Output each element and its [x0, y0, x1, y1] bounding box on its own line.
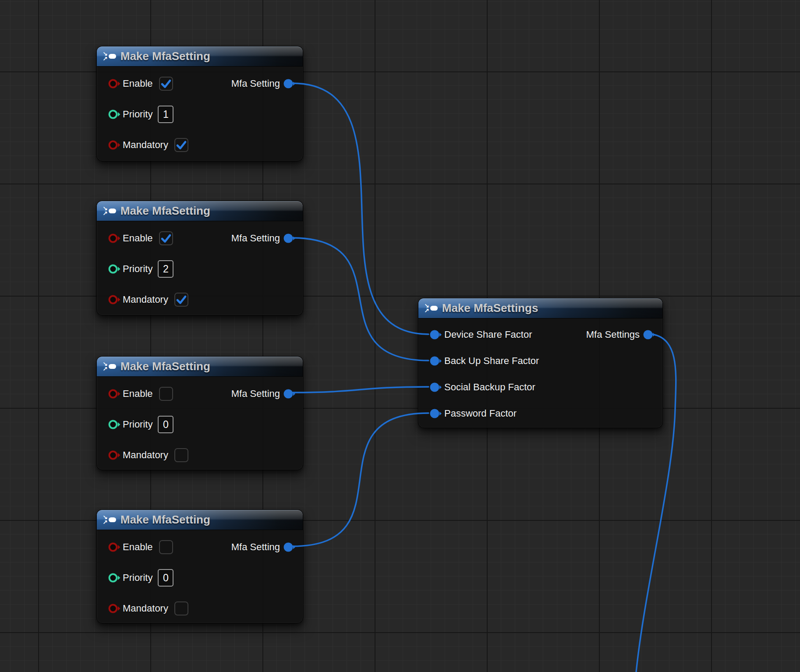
pin-label: Priority — [123, 419, 152, 430]
output-row: Mfa Settings — [586, 325, 655, 344]
pin-row-mandatory: Mandatory — [97, 440, 303, 470]
priority-field[interactable]: 0 — [158, 416, 173, 433]
pin-row-priority: Priority 1 — [97, 99, 303, 130]
struct-input-pin[interactable] — [430, 329, 443, 340]
bool-input-pin[interactable] — [108, 233, 121, 244]
check-icon — [175, 139, 188, 151]
pin-label: Password Factor — [444, 408, 517, 419]
priority-field[interactable]: 2 — [158, 260, 173, 278]
pin-row-priority: Priority 0 — [97, 562, 303, 593]
pin-row-priority: Priority 0 — [97, 409, 303, 440]
pin-label: Mfa Setting — [231, 78, 280, 89]
enable-checkbox[interactable] — [159, 540, 173, 554]
pin-label: Enable — [123, 388, 153, 400]
wire-node4-to-password-factor[interactable] — [292, 413, 428, 546]
pin-label: Mfa Setting — [231, 233, 280, 244]
node-title: Make MfaSetting — [120, 513, 210, 527]
pin-label: Priority — [123, 572, 152, 584]
pin-row-mandatory: Mandatory — [97, 130, 303, 160]
bool-input-pin[interactable] — [108, 541, 121, 553]
enable-checkbox[interactable] — [159, 77, 173, 91]
node-header[interactable]: ↘↗ Make MfaSetting — [97, 46, 303, 66]
struct-input-pin[interactable] — [430, 355, 443, 367]
mandatory-checkbox[interactable] — [174, 601, 188, 615]
node-title: Make MfaSetting — [120, 360, 210, 373]
pin-label: Enable — [123, 78, 153, 89]
output-row: Mfa Setting — [231, 384, 296, 403]
pin-label: Mfa Setting — [231, 388, 280, 400]
check-icon — [175, 294, 188, 306]
int-input-pin[interactable] — [108, 109, 121, 120]
bool-input-pin[interactable] — [108, 294, 121, 305]
make-struct-icon: ↘↗ — [103, 362, 116, 371]
mandatory-checkbox[interactable] — [174, 138, 188, 152]
pin-label: Mandatory — [123, 139, 168, 151]
pin-label: Back Up Share Factor — [444, 355, 539, 367]
mandatory-checkbox[interactable] — [174, 448, 188, 462]
pin-label: Mfa Settings — [586, 329, 640, 340]
bool-input-pin[interactable] — [108, 78, 121, 89]
wire-node1-to-device-share-factor[interactable] — [292, 83, 428, 334]
pin-label: Enable — [123, 233, 153, 244]
bool-input-pin[interactable] — [108, 603, 121, 614]
pin-row-priority: Priority 2 — [97, 254, 303, 284]
pin-label: Mandatory — [123, 603, 168, 614]
priority-field[interactable]: 0 — [158, 569, 173, 587]
node-header[interactable]: ↘↗ Make MfaSetting — [97, 357, 303, 376]
int-input-pin[interactable] — [108, 419, 121, 430]
node-title: Make MfaSettings — [442, 301, 538, 315]
node-make-mfasetting-2[interactable]: ↘↗ Make MfaSetting Enable Priority 2 — [96, 201, 303, 315]
bool-input-pin[interactable] — [108, 449, 121, 461]
pin-row-social-backup-factor: Social Backup Factor — [418, 374, 662, 400]
struct-output-pin[interactable] — [283, 388, 296, 400]
node-make-mfasetting-3[interactable]: ↘↗ Make MfaSetting Enable Priority 0 — [96, 356, 303, 470]
node-header[interactable]: ↘↗ Make MfaSettings — [418, 298, 662, 318]
blueprint-canvas[interactable]: ↘↗ Make MfaSetting Enable Priority 1 — [0, 0, 800, 672]
pin-label: Device Share Factor — [444, 329, 532, 340]
make-struct-icon: ↘↗ — [103, 515, 116, 525]
pin-label: Social Backup Factor — [444, 382, 535, 393]
int-input-pin[interactable] — [108, 263, 121, 275]
make-struct-icon: ↘↗ — [103, 206, 116, 216]
pin-row-mandatory: Mandatory — [97, 593, 303, 624]
node-title: Make MfaSetting — [120, 204, 210, 218]
pin-label: Enable — [123, 541, 153, 553]
node-make-mfasetting-4[interactable]: ↘↗ Make MfaSetting Enable Priority 0 — [96, 509, 303, 623]
output-row: Mfa Setting — [231, 538, 296, 557]
pin-label: Priority — [123, 109, 152, 120]
wire-node2-to-back-up-share-factor[interactable] — [292, 238, 428, 361]
node-header[interactable]: ↘↗ Make MfaSetting — [97, 510, 303, 530]
enable-checkbox[interactable] — [159, 231, 173, 245]
check-icon — [160, 78, 172, 90]
output-row: Mfa Setting — [231, 74, 296, 93]
struct-output-pin[interactable] — [283, 541, 296, 553]
pin-label: Mandatory — [123, 449, 168, 461]
enable-checkbox[interactable] — [159, 387, 173, 401]
struct-input-pin[interactable] — [430, 382, 443, 393]
pin-row-back-up-share-factor: Back Up Share Factor — [418, 348, 662, 374]
pin-label: Mfa Setting — [231, 541, 280, 553]
node-make-mfasettings[interactable]: ↘↗ Make MfaSettings Device Share Factor … — [418, 298, 663, 428]
int-input-pin[interactable] — [108, 572, 121, 584]
priority-field[interactable]: 1 — [158, 106, 173, 123]
pin-label: Priority — [123, 263, 152, 275]
mandatory-checkbox[interactable] — [174, 293, 188, 307]
make-struct-icon: ↘↗ — [424, 304, 438, 313]
bool-input-pin[interactable] — [108, 139, 121, 151]
bool-input-pin[interactable] — [108, 388, 121, 400]
node-make-mfasetting-1[interactable]: ↘↗ Make MfaSetting Enable Priority 1 — [96, 46, 303, 161]
struct-input-pin[interactable] — [430, 408, 443, 419]
check-icon — [160, 232, 172, 244]
make-struct-icon: ↘↗ — [103, 52, 116, 61]
node-header[interactable]: ↘↗ Make MfaSetting — [97, 201, 303, 221]
wire-node3-to-social-backup-factor[interactable] — [292, 387, 428, 393]
pin-row-mandatory: Mandatory — [97, 284, 303, 315]
node-title: Make MfaSetting — [120, 50, 210, 63]
pin-row-password-factor: Password Factor — [418, 400, 662, 427]
output-row: Mfa Setting — [231, 229, 296, 248]
pin-label: Mandatory — [123, 294, 168, 305]
